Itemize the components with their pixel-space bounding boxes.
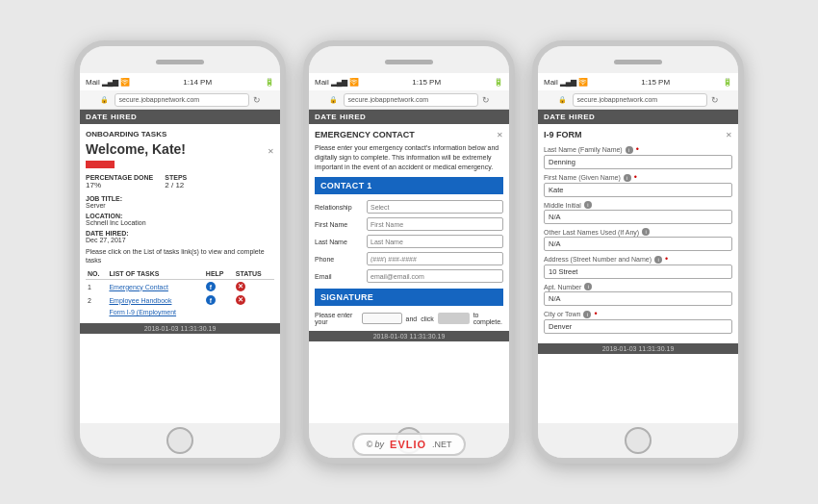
home-button-3[interactable] [625,427,652,454]
field-label-2: Middle Initial i [544,201,732,209]
wifi-icon-2: 🛜 [349,78,359,87]
email-label: Email [315,273,363,280]
signature-row: Please enter your and click to complete. [315,312,503,325]
sig-complete-text: to complete. [473,312,503,325]
phone-row: Phone [315,252,503,265]
status-icon-1[interactable]: ✕ [236,282,245,291]
req-dot-1: • [634,173,637,182]
url-input-3[interactable]: secure.jobappnetwork.com [573,93,707,107]
emergency-desc: Please enter your emergency contact's in… [315,143,503,171]
status-right-3: 🔋 [723,78,732,87]
lastname-input[interactable] [367,235,503,248]
phones-container: Mail ▂▄▆ 🛜 1:14 PM 🔋 🔒 secure.jobappnetw… [55,21,763,483]
task-link-1[interactable]: Emergency Contact [109,284,167,290]
signal-icon-3: ▂▄▆ [560,78,577,87]
onboarding-body: ONBOARDING TASKS Welcome, Kate! ✕ PERCEN… [80,124,280,323]
phone-label: Phone [315,256,363,263]
status-right-1: 🔋 [265,78,274,87]
reload-icon-2[interactable]: ↻ [482,95,490,105]
close-icon-1[interactable]: ✕ [268,147,274,156]
col-help: HELP [204,268,234,280]
sub-header: ONBOARDING TASKS [86,130,274,139]
tasks-table: NO. LIST OF TASKS HELP STATUS 1 Emergenc… [86,268,274,317]
field-value-2: N/A [544,210,732,224]
relationship-row: Relationship [315,200,503,214]
lock-icon-1: 🔒 [100,96,109,104]
status-left-2: Mail ▂▄▆ 🛜 [315,78,359,87]
email-input[interactable] [367,269,503,283]
url-input-1[interactable]: secure.jobappnetwork.com [115,93,249,107]
emergency-body: EMERGENCY CONTACT ✕ Please enter your em… [309,124,509,331]
i9-body: I-9 FORM ✕ Last Name (Family Name) i • D… [538,124,738,343]
close-icon-3[interactable]: ✕ [726,131,732,139]
task-link-3[interactable]: Form I-9 (Employment [109,309,176,315]
phone-input[interactable] [367,252,503,265]
field-label-4: Address (Street Number and Name) i • [544,255,732,264]
location-value: Schnell Inc Location [86,219,274,226]
wifi-icon-3: 🛜 [578,78,588,87]
email-row: Email [315,269,503,283]
sig-click-text: click [421,315,434,322]
reload-icon-3[interactable]: ↻ [711,95,719,105]
status-icon-2[interactable]: ✕ [236,295,245,305]
time-1: 1:14 PM [183,78,212,87]
url-input-2[interactable]: secure.jobappnetwork.com [344,93,478,107]
phone-content-3: DATE HIRED I-9 FORM ✕ Last Name (Family … [538,110,738,423]
col-no: NO. [86,268,107,280]
help-icon-2[interactable]: f [206,295,216,305]
firstname-input[interactable] [367,217,503,231]
sig-button[interactable] [438,313,470,324]
job-title-section: JOB TITLE: Server [86,195,274,209]
location-label: LOCATION: [86,213,274,219]
i9-title: I-9 FORM [544,130,582,139]
home-button-1[interactable] [166,427,193,454]
status-right-2: 🔋 [494,78,503,87]
home-button-2[interactable] [396,427,422,454]
job-title-label: JOB TITLE: [86,195,274,202]
location-section: LOCATION: Schnell Inc Location [86,213,274,226]
time-2: 1:15 PM [412,78,441,87]
signature-header: SIGNATURE [315,289,503,306]
status-bar-1: Mail ▂▄▆ 🛜 1:14 PM 🔋 [80,73,280,90]
phone-content-1: DATE HIRED ONBOARDING TASKS Welcome, Kat… [80,110,280,423]
field-value-4: 10 Street [544,265,732,279]
firstname-row: First Name [315,217,503,231]
progress-bar [86,161,115,168]
date-hired-label: DATE HIRED: [86,230,274,237]
sig-and: and [406,315,418,322]
date-hired-section: DATE HIRED: Dec 27, 2017 [86,230,274,243]
battery-icon-1: 🔋 [265,78,274,87]
phone-bottom-3 [538,423,738,458]
req-dot-0: • [636,145,639,154]
percentage-value: 17% [86,181,101,189]
sig-text: Please enter your [315,312,358,325]
section-header-1: DATE HIRED [80,110,280,124]
url-bar-3[interactable]: 🔒 secure.jobappnetwork.com ↻ [538,90,738,110]
phone-speaker-3 [614,60,662,64]
phone-bottom-2 [309,423,509,458]
field-label-3: Other Last Names Used (If Any) i [544,228,732,236]
sig-input[interactable] [362,313,401,324]
url-bar-2[interactable]: 🔒 secure.jobappnetwork.com ↻ [309,90,509,110]
relationship-label: Relationship [315,204,363,211]
phone-1: Mail ▂▄▆ 🛜 1:14 PM 🔋 🔒 secure.jobappnetw… [74,40,286,464]
relationship-input[interactable] [367,200,503,214]
battery-icon-3: 🔋 [723,78,732,87]
lock-icon-2: 🔒 [329,96,338,104]
section-header-3: DATE HIRED [538,110,738,124]
lock-icon-3: 🔒 [558,96,567,104]
field-value-0: Denning [544,155,732,169]
percentage-label: PERCENTAGE DONE [86,174,153,181]
time-3: 1:15 PM [641,78,670,87]
url-bar-1[interactable]: 🔒 secure.jobappnetwork.com ↻ [80,90,280,110]
help-icon-1[interactable]: f [206,282,216,291]
task-link-2[interactable]: Employee Handbook [109,297,171,304]
steps-label: STEPS [165,174,187,181]
req-dot-4: • [665,255,668,264]
reload-icon-1[interactable]: ↻ [253,95,261,105]
close-icon-2[interactable]: ✕ [497,131,503,139]
col-status: STATUS [234,268,274,280]
field-value-5: N/A [544,291,732,306]
battery-icon-2: 🔋 [494,78,503,87]
contact-header: CONTACT 1 [315,177,503,194]
